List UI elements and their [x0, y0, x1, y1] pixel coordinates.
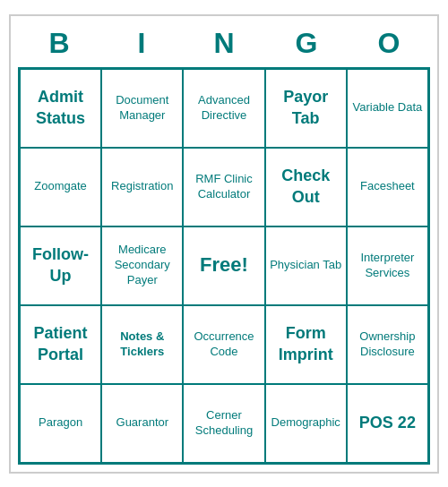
bingo-cell-14[interactable]: Interpreter Services: [347, 226, 428, 305]
letter-i: I: [100, 23, 183, 64]
bingo-cell-13[interactable]: Physician Tab: [265, 226, 347, 305]
bingo-cell-15[interactable]: Patient Portal: [20, 305, 101, 384]
bingo-card: B I N G O Admit StatusDocument ManagerAd…: [9, 14, 439, 474]
bingo-cell-16[interactable]: Notes & Ticklers: [101, 305, 183, 384]
bingo-cell-0[interactable]: Admit Status: [20, 69, 101, 148]
bingo-cell-7[interactable]: RMF Clinic Calculator: [183, 148, 264, 226]
bingo-cell-18[interactable]: Form Imprint: [265, 305, 347, 384]
letter-o: O: [348, 23, 430, 64]
bingo-cell-3[interactable]: Payor Tab: [265, 69, 347, 148]
bingo-grid: Admit StatusDocument ManagerAdvanced Dir…: [18, 67, 430, 465]
bingo-cell-20[interactable]: Paragon: [20, 384, 101, 463]
letter-g: G: [265, 23, 348, 64]
bingo-cell-11[interactable]: Medicare Secondary Payer: [101, 226, 183, 305]
bingo-cell-6[interactable]: Registration: [101, 148, 183, 226]
bingo-cell-23[interactable]: Demographic: [265, 384, 347, 463]
bingo-cell-24[interactable]: POS 22: [347, 384, 428, 463]
bingo-cell-8[interactable]: Check Out: [265, 148, 347, 226]
bingo-cell-9[interactable]: Facesheet: [347, 148, 428, 226]
letter-n: N: [183, 23, 265, 64]
bingo-cell-10[interactable]: Follow-Up: [20, 226, 101, 305]
bingo-cell-4[interactable]: Variable Data: [347, 69, 428, 148]
bingo-cell-2[interactable]: Advanced Directive: [183, 69, 264, 148]
bingo-cell-17[interactable]: Occurrence Code: [183, 305, 264, 384]
bingo-cell-21[interactable]: Guarantor: [101, 384, 183, 463]
bingo-header: B I N G O: [18, 23, 430, 64]
bingo-cell-12[interactable]: Free!: [183, 226, 264, 305]
bingo-cell-22[interactable]: Cerner Scheduling: [183, 384, 264, 463]
bingo-cell-1[interactable]: Document Manager: [101, 69, 183, 148]
letter-b: B: [18, 23, 100, 64]
bingo-cell-5[interactable]: Zoomgate: [20, 148, 101, 226]
bingo-cell-19[interactable]: Ownership Disclosure: [347, 305, 428, 384]
